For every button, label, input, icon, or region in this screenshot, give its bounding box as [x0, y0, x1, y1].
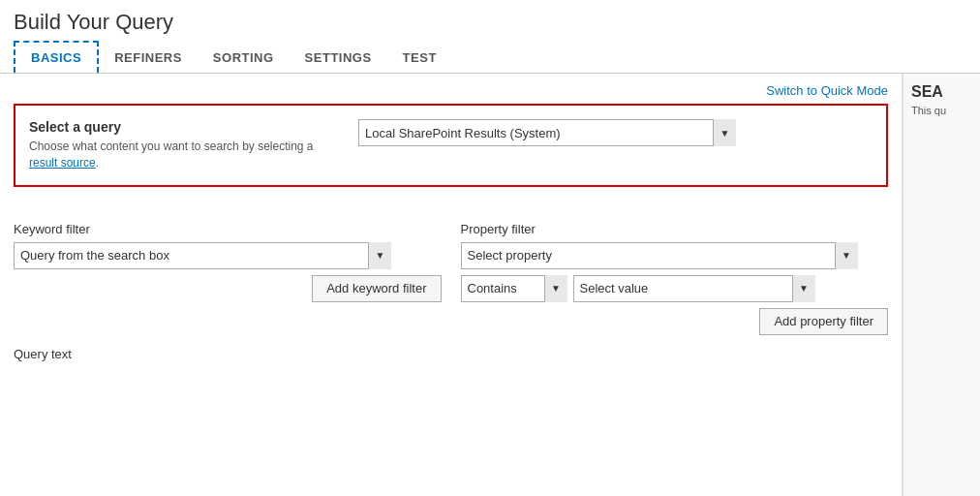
query-dropdown-block: Local SharePoint Results (System) Local … — [358, 119, 873, 146]
keyword-filter-label: Keyword filter — [14, 222, 442, 236]
contains-select[interactable]: Contains Equals Does not contain — [461, 275, 567, 302]
left-panel: Switch to Quick Mode Select a query Choo… — [0, 74, 903, 496]
tab-test[interactable]: TEST — [387, 43, 452, 73]
query-text-label: Query text — [14, 347, 888, 361]
keyword-filter-controls: Query from the search box Custom ▼ — [14, 242, 442, 269]
property-select[interactable]: Select property — [461, 242, 858, 269]
contains-select-wrapper: Contains Equals Does not contain ▼ — [461, 275, 567, 302]
query-label-block: Select a query Choose what content you w… — [29, 119, 320, 171]
right-panel-title: SEA — [911, 83, 972, 101]
page-title: Build Your Query — [0, 0, 980, 41]
tab-sorting[interactable]: SORTING — [198, 43, 290, 73]
result-source-link[interactable]: result source — [29, 156, 96, 170]
main-area: Switch to Quick Mode Select a query Choo… — [0, 74, 980, 496]
property-select-wrapper: Select property ▼ — [461, 242, 858, 269]
property-value-row: Contains Equals Does not contain ▼ Selec… — [461, 275, 889, 302]
value-select[interactable]: Select value — [573, 275, 815, 302]
property-filter-col: Property filter Select property ▼ Contai… — [461, 222, 889, 335]
tabs-bar: BASICS REFINERS SORTING SETTINGS TEST — [0, 41, 980, 74]
keyword-filter-col: Keyword filter Query from the search box… — [14, 222, 442, 335]
switch-to-quick-mode-link[interactable]: Switch to Quick Mode — [766, 83, 888, 98]
query-label-title: Select a query — [29, 119, 320, 135]
keyword-select-wrapper: Query from the search box Custom ▼ — [14, 242, 391, 269]
keyword-select[interactable]: Query from the search box Custom — [14, 242, 391, 269]
property-filter-label: Property filter — [461, 222, 889, 236]
query-desc-text: Choose what content you want to search b… — [29, 140, 314, 153]
tab-refiners[interactable]: REFINERS — [99, 43, 198, 73]
add-property-filter-button[interactable]: Add property filter — [759, 308, 888, 335]
filters-row: Keyword filter Query from the search box… — [14, 222, 888, 335]
query-section: Select a query Choose what content you w… — [14, 104, 888, 187]
tab-basics[interactable]: BASICS — [14, 41, 99, 73]
query-desc-end: . — [96, 156, 99, 170]
value-select-wrapper: Select value ▼ — [573, 275, 815, 302]
query-label-desc: Choose what content you want to search b… — [29, 139, 320, 171]
switch-link-row: Switch to Quick Mode — [14, 83, 888, 98]
add-keyword-filter-button[interactable]: Add keyword filter — [312, 275, 441, 302]
property-filter-controls: Select property ▼ — [461, 242, 889, 269]
right-panel: SEA This qu — [903, 74, 980, 496]
query-select-wrapper: Local SharePoint Results (System) Local … — [358, 119, 736, 146]
query-select[interactable]: Local SharePoint Results (System) Local … — [358, 119, 736, 146]
tab-settings[interactable]: SETTINGS — [290, 43, 387, 73]
right-panel-description: This qu — [911, 105, 972, 116]
